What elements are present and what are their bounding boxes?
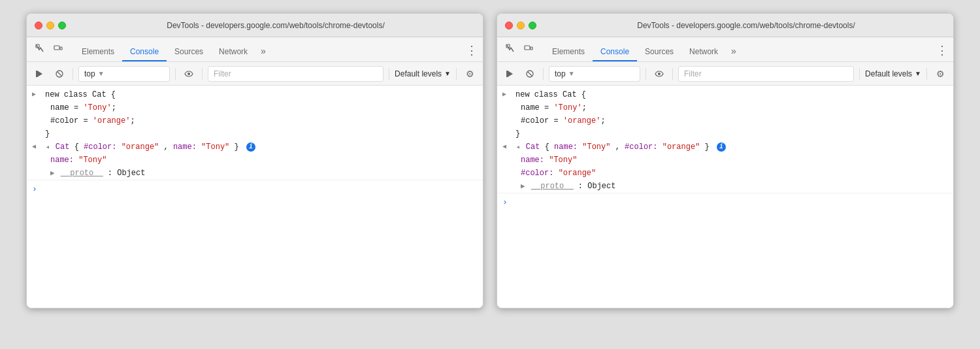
tab-more-1[interactable]: »: [255, 42, 271, 61]
eye-icon[interactable]: [181, 66, 197, 82]
expand-right-icon[interactable]: ▶: [32, 90, 36, 99]
expand-proto-icon-1[interactable]: ▶: [50, 168, 55, 179]
tab-menu-button-2[interactable]: ⋮: [936, 44, 948, 61]
expand-right-icon-2[interactable]: ▶: [502, 90, 506, 99]
clear-console-icon-2[interactable]: [522, 66, 538, 82]
list-item: #color: "orange": [497, 167, 953, 180]
arrow-left-icon: ◀: [32, 142, 36, 152]
svg-point-15: [658, 73, 661, 75]
toolbar-divider-8: [672, 68, 673, 80]
tab-icons-1: [32, 41, 66, 61]
close-button-1[interactable]: [35, 22, 42, 29]
toolbar-2: top ▼ Filter Default levels ▼ ⚙: [497, 62, 953, 86]
tab-network-1[interactable]: Network: [211, 43, 255, 61]
list-item: ▶ new class Cat {: [27, 88, 483, 101]
eye-icon-2[interactable]: [651, 66, 667, 82]
info-badge-2[interactable]: i: [717, 142, 726, 152]
arrow-left-icon-2: ◀: [502, 142, 506, 152]
tab-sources-2[interactable]: Sources: [637, 43, 681, 61]
toolbar-divider-7: [645, 68, 646, 80]
close-button-2[interactable]: [505, 22, 513, 29]
window-title-2: DevTools - developers.google.com/web/too…: [547, 21, 945, 30]
tab-elements-2[interactable]: Elements: [544, 43, 593, 61]
list-item: #color = 'orange';: [497, 114, 953, 127]
devtools-window-2: DevTools - developers.google.com/web/too…: [497, 13, 954, 308]
clear-console-icon[interactable]: [52, 66, 67, 82]
console-output-2: ▶ new class Cat { name = 'Tony'; #color …: [497, 86, 953, 308]
tab-bar-2: Elements Console Sources Network » ⋮: [497, 37, 953, 62]
toolbar-divider-5: [456, 68, 457, 80]
console-prompt-2[interactable]: ›: [497, 193, 953, 212]
context-selector-1[interactable]: top ▼: [78, 66, 170, 82]
toolbar-divider-3: [202, 68, 203, 80]
console-settings-icon-1[interactable]: ⚙: [462, 66, 478, 82]
run-script-icon[interactable]: [32, 66, 48, 82]
traffic-lights-1: [35, 22, 66, 29]
list-item: }: [27, 127, 483, 141]
minimize-button-2[interactable]: [517, 22, 525, 29]
inspect-icon[interactable]: [32, 41, 48, 56]
list-item: name = 'Tony';: [27, 101, 483, 114]
list-item: name: "Tony": [27, 154, 483, 167]
traffic-lights-2: [505, 22, 536, 29]
collapse-icon[interactable]: ▾: [42, 145, 53, 150]
log-levels-button-2[interactable]: Default levels ▼: [865, 69, 921, 78]
info-badge-1[interactable]: i: [246, 142, 255, 152]
inspect-icon-2[interactable]: [502, 41, 518, 56]
collapse-icon-2[interactable]: ▾: [512, 145, 523, 150]
tab-more-2[interactable]: »: [726, 42, 742, 61]
toolbar-divider-2: [175, 68, 176, 80]
tab-icons-2: [502, 41, 536, 61]
minimize-button-1[interactable]: [46, 22, 54, 29]
svg-rect-4: [36, 71, 37, 77]
run-script-icon-2[interactable]: [502, 66, 518, 82]
tab-bar-1: Elements Console Sources Network » ⋮: [27, 37, 483, 62]
log-levels-button-1[interactable]: Default levels ▼: [395, 69, 451, 78]
maximize-button-2[interactable]: [529, 22, 536, 29]
device-toggle-icon[interactable]: [50, 41, 66, 56]
svg-rect-9: [525, 46, 530, 50]
list-item: ▶ new class Cat {: [497, 88, 953, 101]
svg-rect-2: [60, 47, 62, 50]
console-settings-icon-2[interactable]: ⚙: [932, 66, 948, 82]
svg-line-6: [57, 72, 61, 76]
toolbar-divider-9: [859, 68, 860, 80]
levels-arrow-1: ▼: [444, 70, 451, 77]
context-arrow-1: ▼: [98, 70, 105, 77]
filter-input-2[interactable]: Filter: [678, 66, 854, 82]
list-item: ▶ __proto__ : Object: [27, 167, 483, 180]
toolbar-divider-10: [926, 68, 927, 80]
toolbar-divider-4: [389, 68, 389, 80]
toolbar-1: top ▼ Filter Default levels ▼ ⚙: [27, 62, 483, 86]
device-toggle-icon-2[interactable]: [521, 41, 536, 56]
svg-marker-3: [37, 71, 42, 77]
list-item: ◀ ▾ Cat { name: "Tony" , #color: "orange…: [497, 141, 953, 154]
tab-console-1[interactable]: Console: [122, 43, 167, 61]
toolbar-divider-1: [73, 68, 73, 80]
maximize-button-1[interactable]: [58, 22, 66, 29]
svg-rect-1: [54, 46, 59, 50]
tab-elements-1[interactable]: Elements: [74, 43, 122, 61]
list-item: name = 'Tony';: [497, 101, 953, 114]
toolbar-divider-6: [543, 68, 544, 80]
list-item: }: [497, 127, 953, 141]
console-output-1: ▶ new class Cat { name = 'Tony'; #color …: [27, 86, 483, 308]
filter-input-1[interactable]: Filter: [208, 66, 384, 82]
svg-rect-12: [506, 71, 508, 77]
expand-proto-icon-2[interactable]: ▶: [521, 181, 525, 192]
list-item: ▶ __proto__ : Object: [497, 180, 953, 193]
context-selector-2[interactable]: top ▼: [549, 66, 640, 82]
list-item: #color = 'orange';: [27, 114, 483, 127]
list-item: ◀ ▾ Cat { #color: "orange" , name: "Tony…: [27, 141, 483, 154]
svg-line-14: [528, 72, 532, 76]
tab-network-2[interactable]: Network: [681, 43, 726, 61]
svg-rect-10: [531, 47, 532, 50]
title-bar-1: DevTools - developers.google.com/web/too…: [27, 14, 483, 37]
tab-menu-button-1[interactable]: ⋮: [466, 44, 478, 61]
console-prompt-1[interactable]: ›: [27, 180, 483, 199]
title-bar-2: DevTools - developers.google.com/web/too…: [497, 14, 953, 37]
tab-console-2[interactable]: Console: [593, 43, 637, 61]
tab-sources-1[interactable]: Sources: [167, 43, 211, 61]
levels-arrow-2: ▼: [915, 70, 921, 77]
svg-marker-11: [508, 71, 513, 77]
